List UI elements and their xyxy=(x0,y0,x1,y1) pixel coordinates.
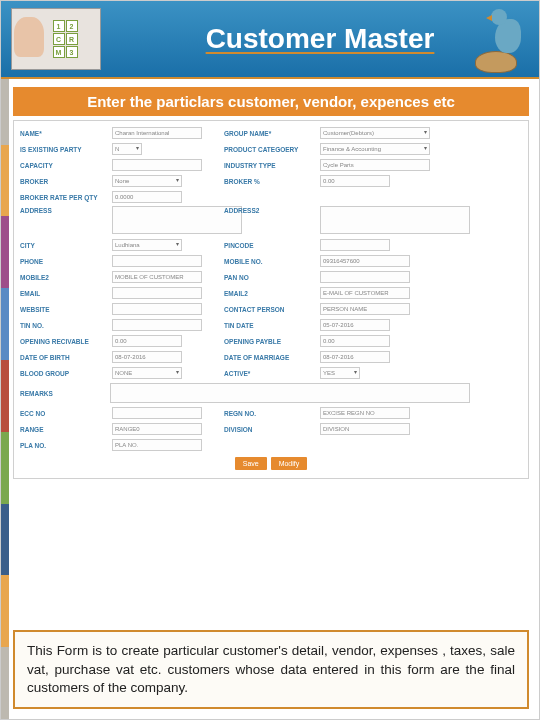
form-area: NAME* Charan International GROUP NAME* C… xyxy=(13,120,529,479)
mobile-input[interactable]: 09316457600 xyxy=(320,255,410,267)
range-input[interactable]: RANGE0 xyxy=(112,423,202,435)
contact-input[interactable]: PERSON NAME xyxy=(320,303,410,315)
address2-textarea[interactable] xyxy=(320,206,470,234)
city-select[interactable]: Ludhiana xyxy=(112,239,182,251)
brokerrate-label: BROKER RATE PER QTY xyxy=(20,192,110,203)
email-input[interactable] xyxy=(112,287,202,299)
industry-label: INDUSTRY TYPE xyxy=(218,160,318,171)
pan-label: PAN NO xyxy=(218,272,318,283)
pincode-label: PINCODE xyxy=(218,240,318,251)
brokerpct-label: BROKER % xyxy=(218,176,318,187)
modify-button[interactable]: Modify xyxy=(271,457,308,470)
existing-select[interactable]: N xyxy=(112,143,142,155)
tin-label: TIN NO. xyxy=(20,320,110,331)
tindate-input[interactable]: 05-07-2016 xyxy=(320,319,390,331)
groupname-label: GROUP NAME* xyxy=(218,128,318,139)
groupname-select[interactable]: Customer(Debtors) xyxy=(320,127,430,139)
existing-label: IS EXISTING PARTY xyxy=(20,144,110,155)
brokerrate-input[interactable]: 0.0000 xyxy=(112,191,182,203)
openpay-label: OPENING PAYBLE xyxy=(218,336,318,347)
dob-input[interactable]: 08-07-2016 xyxy=(112,351,182,363)
website-input[interactable] xyxy=(112,303,202,315)
dob-label: DATE OF BIRTH xyxy=(20,352,110,363)
broker-select[interactable]: None xyxy=(112,175,182,187)
active-label: ACTIVE* xyxy=(218,368,318,379)
pincode-input[interactable] xyxy=(320,239,390,251)
phone-label: PHONE xyxy=(20,256,110,267)
email2-label: EMAIL2 xyxy=(218,288,318,299)
ecc-input[interactable] xyxy=(112,407,202,419)
remarks-textarea[interactable] xyxy=(110,383,470,403)
email2-input[interactable]: E-MAIL OF CUSTOMER xyxy=(320,287,410,299)
tindate-label: TIN DATE xyxy=(218,320,318,331)
openrecv-input[interactable]: 0.00 xyxy=(112,335,182,347)
blood-select[interactable]: NONE xyxy=(112,367,182,379)
footer-description: This Form is to create particular custom… xyxy=(13,630,529,709)
regn-label: REGN NO. xyxy=(218,408,318,419)
ecc-label: ECC NO xyxy=(20,408,110,419)
city-label: CITY xyxy=(20,240,110,251)
mobile-label: MOBILE NO. xyxy=(218,256,318,267)
left-color-stripes xyxy=(1,1,9,719)
prodcat-label: PRODUCT CATEGOERY xyxy=(218,144,318,155)
address2-label: ADDRESS2 xyxy=(218,205,318,216)
phone-input[interactable] xyxy=(112,255,202,267)
website-label: WEBSITE xyxy=(20,304,110,315)
sub-header: Enter the particlars customer, vendor, e… xyxy=(13,87,529,116)
email-label: EMAIL xyxy=(20,288,110,299)
capacity-input[interactable] xyxy=(112,159,202,171)
openrecv-label: OPENING RECIVABLE xyxy=(20,336,110,347)
pla-label: PLA NO. xyxy=(20,440,110,451)
mobile2-label: MOBILE2 xyxy=(20,272,110,283)
active-select[interactable]: YES xyxy=(320,367,360,379)
header-bar: 12 CR M3 Customer Master xyxy=(1,1,539,79)
mobile2-input[interactable]: MOBILE OF CUSTOMER xyxy=(112,271,202,283)
broker-label: BROKER xyxy=(20,176,110,187)
division-input[interactable]: DIVISION xyxy=(320,423,410,435)
brokerpct-input[interactable]: 0.00 xyxy=(320,175,390,187)
name-label: NAME* xyxy=(20,128,110,139)
range-label: RANGE xyxy=(20,424,110,435)
contact-label: CONTACT PERSON xyxy=(218,304,318,315)
dom-label: DATE OF MARRIAGE xyxy=(218,352,318,363)
name-input[interactable]: Charan International xyxy=(112,127,202,139)
industry-input[interactable]: Cycle Parts xyxy=(320,159,430,171)
regn-input[interactable]: EXCISE REGN NO xyxy=(320,407,410,419)
tin-input[interactable] xyxy=(112,319,202,331)
capacity-label: CAPACITY xyxy=(20,160,110,171)
save-button[interactable]: Save xyxy=(235,457,267,470)
division-label: DIVISION xyxy=(218,424,318,435)
pan-input[interactable] xyxy=(320,271,410,283)
blood-label: BLOOD GROUP xyxy=(20,368,110,379)
prodcat-select[interactable]: Finance & Accounting xyxy=(320,143,430,155)
dom-input[interactable]: 08-07-2016 xyxy=(320,351,390,363)
crm-image: 12 CR M3 xyxy=(11,8,101,70)
remarks-label: REMARKS xyxy=(20,388,110,399)
pla-input[interactable]: PLA NO. xyxy=(112,439,202,451)
address-label: ADDRESS xyxy=(20,205,110,216)
openpay-input[interactable]: 0.00 xyxy=(320,335,390,347)
bird-nest-image xyxy=(459,5,531,77)
